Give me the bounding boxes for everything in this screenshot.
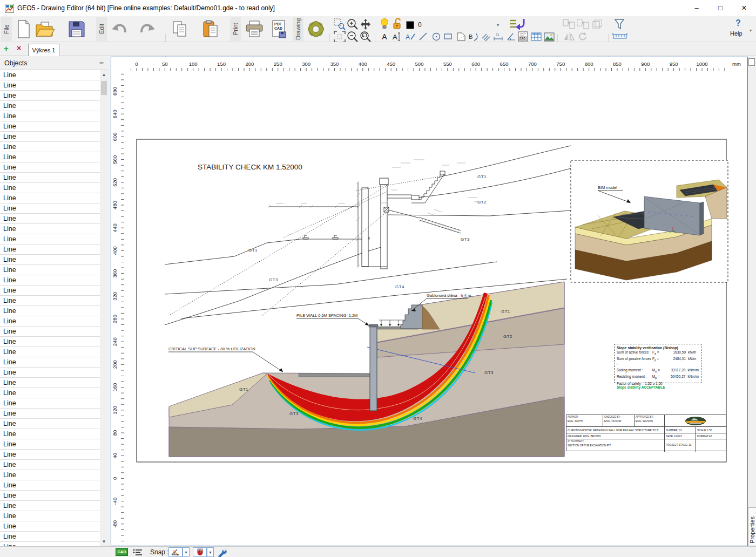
mirror-button[interactable] [563, 31, 576, 42]
open-file-button[interactable] [35, 18, 56, 40]
objects-list-item[interactable]: Line [0, 162, 100, 173]
objects-list-item[interactable]: Line [0, 470, 100, 480]
filter-button[interactable] [612, 18, 626, 30]
tab-vykres-1[interactable]: Výkres 1 [28, 44, 59, 56]
objects-list-item[interactable]: Line [0, 501, 100, 511]
objects-list-item[interactable]: Line [0, 101, 100, 111]
layer-dropdown[interactable]: ▾ [497, 23, 499, 28]
zoom-out-button[interactable] [347, 31, 359, 42]
objects-list-item[interactable]: Line [0, 173, 100, 183]
scrollbar-thumb[interactable] [101, 81, 107, 95]
new-document-button[interactable] [14, 18, 33, 40]
snap-settings-wrench-icon[interactable] [217, 548, 227, 557]
objects-list-item[interactable]: Line [0, 244, 100, 255]
zoom-extents-button[interactable] [334, 31, 346, 42]
objects-list-item[interactable]: Line [0, 378, 100, 388]
paste-format-button[interactable] [577, 18, 590, 30]
objects-list-item[interactable]: Line [0, 296, 100, 306]
copy-object-button[interactable] [591, 18, 604, 30]
objects-list-item[interactable]: Line [0, 368, 100, 378]
objects-list-item[interactable]: Line [0, 193, 100, 203]
snap-magnet-button[interactable] [193, 547, 207, 557]
objects-list-item[interactable]: Line [0, 91, 100, 101]
objects-list-item[interactable]: Line [0, 337, 100, 347]
text-style-tool-button[interactable]: A [405, 31, 416, 42]
objects-list-item[interactable]: Line [0, 542, 100, 546]
copy-format-button[interactable] [563, 18, 576, 30]
text-edit-tool-button[interactable]: A [392, 31, 403, 42]
help-label[interactable]: Help [730, 30, 742, 37]
polygon-tool-button[interactable] [456, 31, 467, 42]
objects-list-item[interactable]: Line [0, 275, 100, 286]
objects-list-item[interactable]: Line [0, 121, 100, 132]
objects-list-item[interactable]: Line [0, 286, 100, 296]
objects-list-item[interactable]: Line [0, 347, 100, 357]
snap-angle-dropdown[interactable]: ▾ [183, 547, 190, 557]
layers-list-icon[interactable] [133, 548, 143, 556]
drawing-settings-button[interactable] [305, 18, 327, 40]
objects-list-item[interactable]: Line [0, 409, 100, 419]
objects-list-item[interactable]: Line [0, 429, 100, 439]
help-dropdown[interactable]: ▾ [750, 28, 752, 33]
objects-scrollbar[interactable]: ▲ ▼ [100, 70, 108, 546]
rectangle-tool-button[interactable] [443, 31, 454, 42]
zoom-selection-button[interactable] [334, 18, 346, 30]
scroll-down-button[interactable]: ▼ [100, 537, 108, 546]
text-tool-button[interactable]: A [379, 31, 390, 42]
add-tab-button[interactable]: + [4, 44, 9, 53]
measure-button[interactable] [612, 31, 627, 41]
rotate-button[interactable] [577, 31, 590, 42]
close-tab-button[interactable]: × [17, 44, 21, 52]
undo-button[interactable] [108, 18, 130, 40]
save-button[interactable] [65, 18, 89, 40]
help-icon[interactable]: ? [735, 18, 741, 28]
objects-list-item[interactable]: Line [0, 460, 100, 470]
layer-lock-button[interactable] [392, 18, 403, 29]
export-pdf-cad-button[interactable]: PDFCAD [268, 18, 291, 40]
objects-list-item[interactable]: Line [0, 183, 100, 193]
redo-button[interactable] [137, 18, 159, 40]
objects-list-item[interactable]: Line [0, 327, 100, 337]
dimension-tool-button[interactable]: 11 [492, 31, 504, 42]
spline-tool-button[interactable]: B [468, 31, 480, 42]
objects-list-item[interactable]: Line [0, 316, 100, 327]
objects-list-item[interactable]: Line [0, 419, 100, 429]
table-tool-button[interactable] [530, 31, 542, 42]
cad-mode-badge[interactable]: CAD [116, 548, 128, 556]
line-tool-button[interactable] [418, 31, 429, 42]
close-button[interactable]: × [732, 0, 756, 16]
drawing-canvas[interactable]: 0501001502002503003504004505005506006507… [111, 57, 748, 546]
collapse-panel-button[interactable]: – [99, 58, 104, 67]
hatch-tool-button[interactable] [481, 31, 491, 42]
layer-visibility-button[interactable] [379, 18, 390, 29]
objects-list-item[interactable]: Line [0, 480, 100, 491]
objects-list-item[interactable]: Line [0, 111, 100, 121]
snap-magnet-dropdown[interactable]: ▾ [207, 547, 214, 557]
objects-list-item[interactable]: Line [0, 306, 100, 316]
objects-list-item[interactable]: Line [0, 265, 100, 275]
zoom-previous-button[interactable] [360, 31, 372, 42]
objects-list-item[interactable]: Line [0, 521, 100, 532]
objects-list-item[interactable]: Line [0, 532, 100, 542]
objects-list-item[interactable]: Line [0, 357, 100, 368]
objects-list-item[interactable]: Line [0, 224, 100, 234]
minimize-button[interactable]: – [685, 0, 708, 16]
scroll-up-button[interactable]: ▲ [100, 70, 108, 79]
pan-button[interactable] [360, 18, 372, 30]
properties-tab[interactable]: Properties [748, 507, 756, 546]
angle-dimension-tool-button[interactable] [505, 31, 517, 42]
objects-list-item[interactable]: Line [0, 511, 100, 521]
objects-list-item[interactable]: Line [0, 214, 100, 224]
objects-list-item[interactable]: Line [0, 439, 100, 450]
zoom-in-button[interactable] [347, 18, 359, 30]
objects-list-item[interactable]: Line [0, 450, 100, 460]
objects-list-item[interactable]: Line [0, 70, 100, 80]
circle-tool-button[interactable] [431, 31, 442, 42]
objects-list-item[interactable]: Line [0, 142, 100, 152]
cad-import-button[interactable]: CAD [517, 31, 529, 42]
maximize-button[interactable]: □ [708, 0, 732, 16]
objects-list-item[interactable]: Line [0, 234, 100, 244]
print-button[interactable] [243, 18, 266, 40]
objects-list-item[interactable]: Line [0, 398, 100, 409]
objects-list-item[interactable]: Line [0, 255, 100, 265]
